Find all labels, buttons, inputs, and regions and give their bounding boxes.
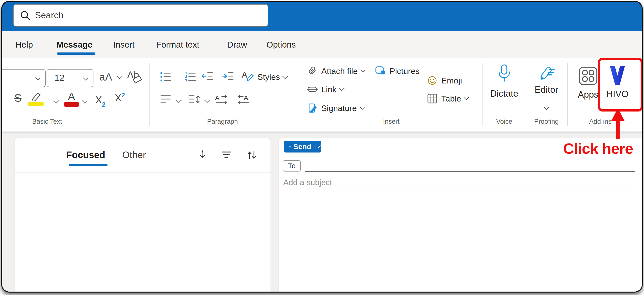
font-size-value: 12 [54, 73, 64, 83]
send-split-divider [315, 143, 316, 150]
svg-text:3: 3 [185, 78, 187, 82]
app-window: Help Message Insert Format text Draw Opt… [1, 1, 643, 292]
styles-button[interactable]: Styles [257, 72, 280, 82]
send-options-chevron[interactable] [317, 144, 321, 148]
content-area: Focused Other Send To [2, 132, 642, 292]
group-label-insert: Insert [383, 118, 400, 126]
line-spacing-icon[interactable] [188, 94, 201, 105]
superscript-glyph: X [115, 92, 122, 103]
paperclip-icon [307, 66, 318, 76]
group-label-voice: Voice [496, 118, 512, 126]
to-button[interactable]: To [283, 160, 301, 172]
search-box[interactable] [14, 4, 268, 26]
change-case-glyph: aA [99, 71, 112, 83]
signature-button[interactable]: Signature [307, 100, 364, 116]
strikethrough-glyph: S [14, 92, 22, 104]
link-icon [307, 84, 318, 94]
list-header-divider [15, 172, 270, 172]
hivo-highlight-box [598, 58, 643, 112]
subject-input[interactable] [283, 177, 479, 188]
highlight-color-button[interactable] [28, 91, 44, 106]
compose-pane: Send To [279, 138, 643, 292]
ribbon-shadow [2, 132, 642, 134]
pictures-button[interactable]: Pictures [375, 63, 420, 79]
focused-tab-underline [69, 164, 108, 166]
group-label-basic-text: Basic Text [32, 118, 62, 126]
group-divider [525, 63, 525, 126]
font-color-dropdown-chevron[interactable] [82, 98, 88, 104]
group-divider [482, 63, 482, 126]
subject-underline [283, 188, 635, 189]
pictures-icon [375, 66, 386, 76]
tab-help[interactable]: Help [15, 40, 33, 50]
styles-dropdown-chevron[interactable] [282, 74, 288, 79]
editor-button[interactable]: Editor [533, 63, 560, 95]
tab-format-text[interactable]: Format text [156, 40, 199, 50]
font-size-select[interactable]: 12 [46, 69, 94, 87]
align-icon[interactable] [160, 94, 171, 104]
recipients-underline [305, 171, 635, 172]
dictate-button[interactable]: Dictate [490, 64, 518, 99]
highlight-dropdown-chevron[interactable] [54, 98, 59, 104]
table-icon [427, 93, 438, 104]
search-input[interactable] [34, 10, 268, 21]
click-here-annotation: Click here [553, 140, 643, 157]
editor-dropdown-chevron[interactable] [543, 104, 550, 110]
send-button[interactable]: Send [284, 141, 321, 152]
font-color-button[interactable]: A [64, 90, 79, 107]
svg-text:A: A [242, 70, 247, 79]
top-app-bar [2, 2, 642, 31]
editor-pencil-icon [538, 63, 555, 81]
sort-icon[interactable] [246, 150, 257, 161]
send-plane-icon [288, 143, 291, 150]
annotation-arrow-up [610, 108, 626, 140]
font-color-glyph: A [68, 90, 75, 102]
filter-icon[interactable] [221, 150, 232, 160]
font-color-swatch [64, 102, 79, 107]
align-dropdown-chevron[interactable] [176, 98, 182, 103]
message-list-pane: Focused Other [15, 138, 270, 292]
tab-insert[interactable]: Insert [113, 40, 135, 50]
apps-grid-icon [578, 66, 598, 86]
group-divider [296, 63, 296, 126]
strikethrough-button[interactable]: S [14, 92, 22, 104]
change-case-button[interactable]: aA [99, 71, 122, 83]
group-label-proofing: Proofing [534, 118, 559, 126]
tab-options[interactable]: Options [266, 40, 296, 50]
search-icon [20, 10, 31, 21]
left-to-right-icon[interactable]: A [215, 94, 228, 105]
signature-icon [307, 102, 318, 114]
tab-focused[interactable]: Focused [66, 150, 105, 160]
group-divider [149, 63, 150, 126]
bulleted-list-icon[interactable] [160, 71, 171, 82]
superscript-button[interactable]: X2 [115, 92, 125, 104]
numbered-list-icon[interactable]: 123 [185, 71, 196, 82]
ribbon-tab-bar: Help Message Insert Format text Draw Opt… [2, 31, 642, 58]
microphone-icon [496, 64, 512, 83]
clear-formatting-button[interactable]: Ab [127, 70, 139, 80]
font-name-select[interactable] [1, 69, 46, 87]
link-button[interactable]: Link [307, 82, 344, 97]
increase-indent-icon[interactable] [222, 71, 234, 82]
screenshot-stage: Help Message Insert Format text Draw Opt… [0, 0, 644, 295]
decrease-indent-icon[interactable] [201, 71, 213, 82]
table-button[interactable]: Table [427, 91, 468, 106]
tab-other[interactable]: Other [122, 150, 146, 160]
svg-text:A: A [215, 94, 220, 102]
recipients-input[interactable] [306, 161, 634, 171]
line-spacing-dropdown-chevron[interactable] [204, 98, 210, 103]
subscript-glyph: X [96, 94, 102, 105]
newest-on-top-icon[interactable] [197, 150, 208, 161]
right-to-left-icon[interactable]: A [236, 94, 250, 105]
group-divider [568, 63, 568, 126]
group-label-paragraph: Paragraph [207, 118, 238, 126]
emoji-button[interactable]: Emoji [427, 73, 462, 88]
highlight-color-swatch [28, 102, 44, 106]
emoji-icon [427, 75, 438, 86]
styles-icon[interactable]: A [241, 70, 254, 82]
apps-button[interactable]: Apps [578, 66, 598, 100]
subscript-button[interactable]: X2 [96, 94, 106, 106]
attach-file-button[interactable]: Attach file [307, 63, 365, 79]
tab-message[interactable]: Message [56, 40, 92, 50]
tab-draw[interactable]: Draw [227, 40, 247, 50]
